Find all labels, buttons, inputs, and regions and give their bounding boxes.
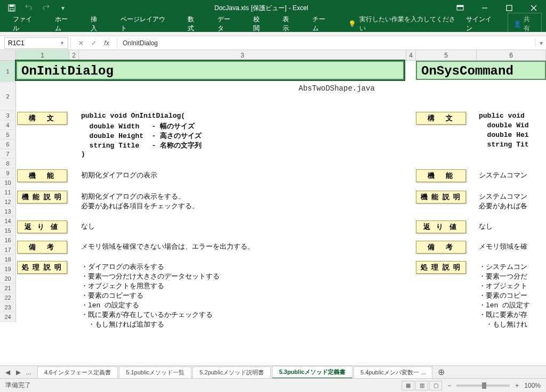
- tab-nav-next-icon[interactable]: ▶: [14, 369, 22, 376]
- proc-line-r: ・システムコン: [479, 262, 527, 272]
- tab-formulas[interactable]: 数式: [179, 16, 209, 32]
- row-header[interactable]: 2: [0, 82, 16, 111]
- tab-nav-more[interactable]: ...: [25, 369, 33, 376]
- svg-rect-6: [507, 5, 512, 11]
- tab-data[interactable]: データ: [209, 16, 245, 32]
- enter-formula-icon[interactable]: ✓: [88, 39, 100, 47]
- add-sheet-icon[interactable]: ⊕: [432, 367, 450, 377]
- row-header[interactable]: 5: [0, 130, 16, 140]
- select-all-corner[interactable]: [0, 50, 16, 60]
- tab-insert[interactable]: 挿入: [82, 16, 112, 32]
- zoom-in-icon[interactable]: +: [515, 382, 519, 389]
- row-header[interactable]: 1: [0, 61, 16, 82]
- col-header[interactable]: 3: [79, 50, 406, 60]
- row-header[interactable]: 6: [0, 140, 16, 149]
- label-syntax-r: 構 文: [416, 112, 466, 125]
- tab-file[interactable]: ファイル: [4, 16, 46, 32]
- zoom-slider[interactable]: [456, 385, 510, 387]
- syntax-line-r: double Wid: [479, 121, 529, 129]
- syntax-line: double Width - 幅のサイズ: [81, 121, 195, 131]
- row-header[interactable]: 7: [0, 149, 16, 159]
- expand-formula-icon[interactable]: ▾: [535, 39, 546, 47]
- row-header[interactable]: 17: [0, 245, 16, 255]
- cancel-formula-icon[interactable]: ✕: [75, 39, 87, 47]
- row-header[interactable]: 16: [0, 235, 16, 245]
- col-header[interactable]: 1: [16, 50, 69, 60]
- sheet-tab-active[interactable]: 5.3publicメソッド定義書: [272, 366, 352, 379]
- row-header[interactable]: 3: [0, 111, 16, 120]
- proc-line: ・要素一つ分だけ大きさのデータセットする: [81, 272, 220, 281]
- view-normal-icon[interactable]: ▦: [402, 381, 414, 390]
- view-pagelayout-icon[interactable]: ▥: [415, 381, 428, 390]
- proc-line: ・既に要素が存在しているかチェックする: [81, 310, 213, 320]
- label-note: 備 考: [17, 241, 67, 254]
- svg-rect-4: [457, 5, 463, 7]
- row-header[interactable]: 11: [0, 187, 16, 197]
- col-header[interactable]: 4: [406, 50, 416, 60]
- tab-team[interactable]: チーム: [304, 16, 340, 32]
- formula-input[interactable]: OnInitDialog: [117, 39, 535, 47]
- label-ret: 返 り 値: [17, 220, 67, 233]
- view-pagebreak-icon[interactable]: ▢: [429, 381, 442, 390]
- tab-review[interactable]: 校閲: [245, 16, 275, 32]
- col-header[interactable]: 6: [477, 50, 546, 60]
- tab-view[interactable]: 表示: [274, 16, 304, 32]
- row-header[interactable]: 12: [0, 197, 16, 207]
- row-header[interactable]: 10: [0, 178, 16, 187]
- sheet-tab[interactable]: 5.2publicメソッド説明書: [192, 366, 271, 378]
- label-funcdesc: 機 能 説 明: [17, 191, 67, 203]
- row-header[interactable]: 18: [0, 255, 16, 264]
- label-func: 機 能: [17, 169, 67, 182]
- label-ret-r: 返 り 値: [416, 220, 466, 233]
- save-icon[interactable]: [4, 1, 19, 15]
- row-header[interactable]: 24: [0, 312, 16, 322]
- row-header[interactable]: 9: [0, 168, 16, 178]
- col-header[interactable]: 2: [69, 50, 79, 60]
- tell-me-search[interactable]: 💡 実行したい作業を入力してください: [348, 15, 460, 33]
- row-header[interactable]: 4: [0, 120, 16, 130]
- tab-home[interactable]: ホーム: [46, 16, 82, 32]
- method-title-right: OnSysCommand: [416, 61, 546, 80]
- fx-icon[interactable]: fx: [101, 39, 113, 47]
- syntax-line-r: string Tit: [479, 141, 529, 149]
- redo-icon[interactable]: [38, 1, 53, 15]
- sheet-tab[interactable]: 5.4publicメンバ変数一 ...: [354, 366, 432, 378]
- sheet-tab[interactable]: 4.6インタフェース定義書: [37, 366, 118, 378]
- chevron-down-icon[interactable]: ▼: [60, 40, 65, 46]
- row-header[interactable]: 13: [0, 207, 16, 216]
- row-header[interactable]: 19: [0, 264, 16, 274]
- name-box[interactable]: R1C1 ▼: [4, 37, 68, 49]
- syntax-line: public void OnInitDialog(: [81, 112, 185, 120]
- undo-icon[interactable]: [21, 1, 36, 15]
- signin-button[interactable]: サインイン: [460, 13, 503, 35]
- share-button[interactable]: 👤 共有: [508, 13, 542, 35]
- proc-line: ・もし無ければ追加する: [81, 320, 164, 329]
- row-header[interactable]: 14: [0, 216, 16, 226]
- row-header[interactable]: 22: [0, 293, 16, 303]
- label-proc-r: 処 理 説 明: [416, 261, 466, 274]
- qat-dropdown-icon[interactable]: ▾: [55, 1, 70, 15]
- syntax-line-r: public void: [479, 112, 525, 120]
- person-icon: 👤: [513, 20, 521, 28]
- row-header[interactable]: 21: [0, 283, 16, 293]
- zoom-level[interactable]: 100%: [524, 382, 541, 389]
- tab-nav-prev-icon[interactable]: ◀: [3, 369, 12, 376]
- row-header[interactable]: 15: [0, 226, 16, 235]
- func-text: 初期化ダイアログの表示: [81, 170, 157, 180]
- row-header[interactable]: 23: [0, 303, 16, 312]
- sheet-tab[interactable]: 5.1publicメソッド一覧: [119, 366, 191, 378]
- proc-line-r: ・もし無けれ: [479, 320, 527, 329]
- funcdesc-line-r: システムコマン: [479, 192, 527, 201]
- window-title: DocJava.xls [保護ビュー] - Excel: [75, 4, 448, 13]
- proc-line-r: ・既に要素が存: [479, 310, 527, 320]
- row-header[interactable]: 20: [0, 274, 16, 283]
- col-header[interactable]: 5: [416, 50, 477, 60]
- method-title-left: OnInitDialog: [16, 61, 404, 80]
- worksheet-grid[interactable]: 1 2 3 4 5 6 1 2 3 4 5 6 7 8 9 10 11 12 1…: [0, 50, 546, 322]
- row-header[interactable]: 8: [0, 159, 16, 168]
- tab-pagelayout[interactable]: ページレイアウト: [112, 16, 179, 32]
- proc-line-r: ・オブジェクト: [479, 281, 527, 291]
- funcdesc-line: 初期化ダイアログの表示をする。: [81, 192, 185, 201]
- name-box-value: R1C1: [8, 39, 60, 47]
- zoom-out-icon[interactable]: −: [447, 382, 451, 389]
